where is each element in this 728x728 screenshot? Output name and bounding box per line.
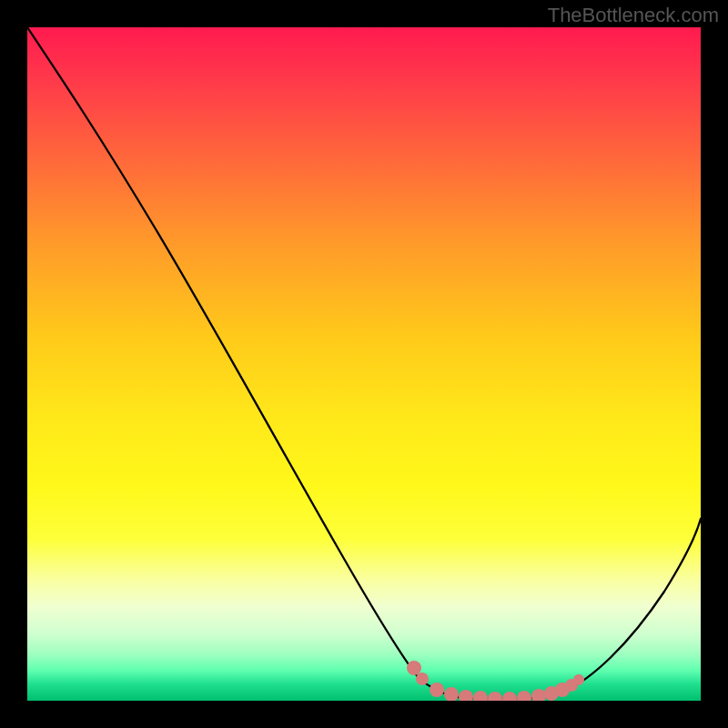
optimal-range-dots xyxy=(407,661,584,701)
svg-point-9 xyxy=(531,689,546,701)
svg-point-5 xyxy=(473,691,488,701)
svg-point-2 xyxy=(430,682,444,697)
chart-svg xyxy=(27,27,701,701)
svg-point-6 xyxy=(488,692,502,701)
svg-point-3 xyxy=(444,687,459,701)
svg-point-8 xyxy=(517,691,531,701)
svg-point-1 xyxy=(416,672,429,685)
watermark-text: TheBottleneck.com xyxy=(548,4,719,27)
svg-point-4 xyxy=(459,690,473,701)
svg-point-7 xyxy=(502,692,517,701)
chart-plot-area xyxy=(27,27,701,701)
svg-point-13 xyxy=(573,674,584,685)
bottleneck-curve-line xyxy=(27,27,701,699)
svg-point-0 xyxy=(407,661,421,675)
